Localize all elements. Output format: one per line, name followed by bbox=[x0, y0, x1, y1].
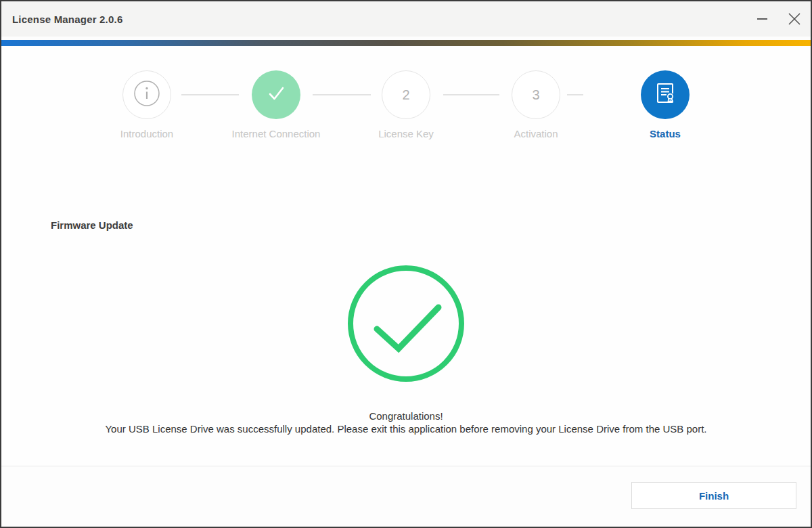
footer: Finish bbox=[1, 466, 811, 527]
minimize-icon bbox=[757, 18, 767, 20]
step-internet-connection: Internet Connection bbox=[208, 70, 344, 139]
window-title: License Manager 2.0.6 bbox=[1, 14, 122, 25]
check-icon bbox=[265, 82, 288, 108]
step-introduction: Introduction bbox=[79, 70, 215, 139]
step-label: Activation bbox=[468, 128, 604, 139]
step-activation: 3 Activation bbox=[468, 70, 604, 139]
step-label: License Key bbox=[338, 128, 474, 139]
finish-button[interactable]: Finish bbox=[631, 482, 796, 509]
step-label: Internet Connection bbox=[208, 128, 344, 139]
brand-gradient-bar bbox=[1, 40, 811, 46]
close-button[interactable] bbox=[778, 1, 811, 37]
info-icon bbox=[133, 79, 161, 110]
success-headline: Congratulations! bbox=[1, 410, 811, 422]
minimize-button[interactable] bbox=[746, 1, 778, 37]
section-title: Firmware Update bbox=[51, 219, 133, 231]
step-circle: 3 bbox=[512, 70, 560, 119]
step-label: Introduction bbox=[79, 128, 215, 139]
step-circle bbox=[122, 70, 171, 119]
step-circle bbox=[641, 70, 690, 119]
step-number: 2 bbox=[402, 87, 409, 103]
certificate-icon bbox=[652, 81, 678, 109]
step-circle: 2 bbox=[382, 70, 430, 119]
step-circle bbox=[252, 70, 300, 119]
step-status: Status bbox=[597, 70, 733, 139]
step-label: Status bbox=[597, 128, 733, 139]
success-check-icon bbox=[345, 263, 467, 387]
step-number: 3 bbox=[532, 87, 539, 103]
step-license-key: 2 License Key bbox=[338, 70, 474, 139]
close-icon bbox=[788, 13, 800, 25]
license-manager-window: License Manager 2.0.6 bbox=[0, 0, 812, 528]
main-content: Introduction Internet Connection 2 Licen… bbox=[1, 46, 811, 466]
success-message: Your USB License Drive was successfully … bbox=[1, 423, 811, 435]
titlebar[interactable]: License Manager 2.0.6 bbox=[1, 1, 811, 37]
